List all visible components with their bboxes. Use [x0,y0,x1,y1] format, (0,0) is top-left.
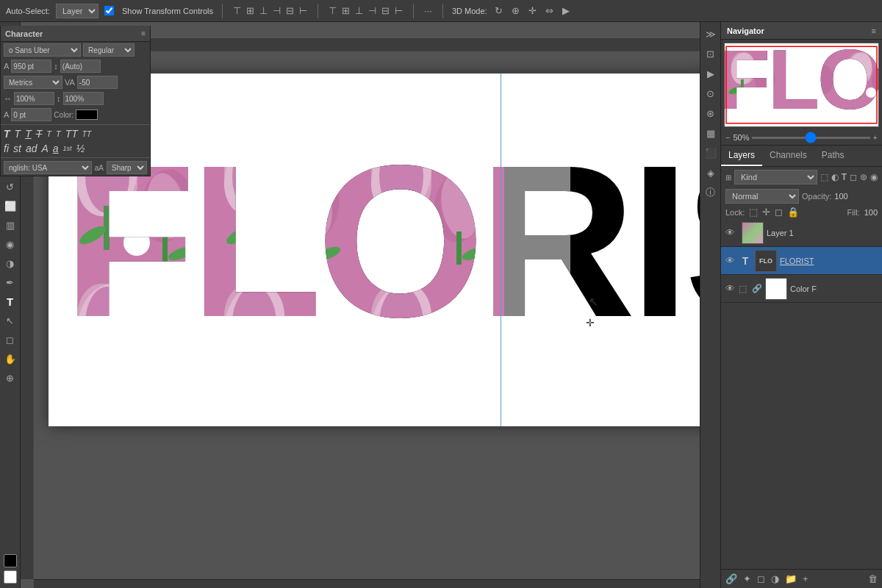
ligature-btn[interactable]: fi [4,143,9,154]
strikethrough-style-btn[interactable]: T [36,128,43,140]
zoom-in-icon[interactable]: + [873,133,878,142]
scale-3d-icon[interactable]: ▶ [561,5,571,16]
swatches-icon[interactable]: ⬛ [702,144,720,162]
styles-icon[interactable]: ◈ [702,164,720,182]
superscript-btn[interactable]: T [46,129,51,138]
add-effect-icon[interactable]: ✦ [743,573,751,584]
lock-all-icon[interactable]: 🔒 [787,207,799,218]
blend-mode-select[interactable]: Normal [725,189,799,204]
dodge-tool-icon[interactable]: ◑ [1,254,19,272]
eraser-tool-icon[interactable]: ⬜ [1,197,19,215]
subscript-btn[interactable]: T [56,129,61,138]
adjustment-icon[interactable]: ⊙ [702,85,720,102]
expand-panels-icon[interactable]: ≫ [702,25,720,43]
pan-3d-icon[interactable]: ✛ [527,5,538,16]
layer-visibility-icon[interactable]: 👁 [725,255,739,266]
align-right-icon[interactable]: ⊢ [298,5,309,16]
history-icon[interactable]: ⊡ [702,45,720,62]
tab-paths[interactable]: Paths [814,146,852,166]
delete-layer-icon[interactable]: 🗑 [868,573,878,584]
dist-l-icon[interactable]: ⊣ [367,5,378,16]
baseline-shift-input[interactable] [11,108,51,121]
align-bottom-icon[interactable]: ⊥ [258,5,269,16]
horizontal-scrollbar[interactable] [34,579,711,588]
tab-layers[interactable]: Layers [721,146,762,166]
new-group-icon[interactable]: 📁 [785,573,797,584]
hand-tool-icon[interactable]: ✋ [1,350,19,368]
zoom-out-icon[interactable]: − [725,133,730,142]
filter-pixel-icon[interactable]: ⬚ [820,172,828,182]
pen-tool-icon[interactable]: ✒ [1,273,19,291]
layer-row[interactable]: 👁 T FLO FLORIST [721,247,882,275]
zoom-slider[interactable] [752,137,870,139]
auto-select-dropdown[interactable]: Layer [56,4,98,18]
kerning-select[interactable]: Metrics [4,76,62,89]
dist-h-icon[interactable]: ⊟ [380,5,391,16]
horizontal-scale-input[interactable] [14,92,54,105]
align-hcenter-icon[interactable]: ⊟ [284,5,295,16]
font-family-select[interactable]: o Sans Uber [4,43,81,57]
new-fill-icon[interactable]: ◑ [771,573,779,584]
show-transform-checkbox[interactable] [104,6,114,15]
path-select-icon[interactable]: ↖ [1,312,19,329]
layer-row[interactable]: 👁 ⬚ 🔗 Color F [721,275,882,303]
antialiasing-select[interactable]: Sharp [107,161,147,174]
dist-b-icon[interactable]: ⊥ [354,5,365,16]
vertical-scale-input[interactable] [63,92,104,105]
filter-smartobj-icon[interactable]: ⊛ [860,172,867,182]
add-mask-icon[interactable]: ◻ [757,573,765,584]
dist-r-icon[interactable]: ⊢ [393,5,404,16]
align-top-icon[interactable]: ⊤ [232,5,243,16]
navigator-menu-icon[interactable]: ≡ [872,26,876,35]
info-icon[interactable]: ⓘ [702,184,720,201]
fraction-btn[interactable]: A [41,143,48,154]
align-vcenter-icon[interactable]: ⊞ [245,5,256,16]
actions-icon[interactable]: ▶ [702,65,720,82]
blur-tool-icon[interactable]: ◉ [1,235,19,253]
link-layers-icon[interactable]: 🔗 [725,573,737,584]
language-select[interactable]: nglish: USA [4,161,92,174]
old-style-btn[interactable]: ad [26,143,37,154]
shape-tool-icon[interactable]: ◻ [1,331,19,348]
filter-type-icon[interactable]: T [842,172,847,182]
leading-input[interactable] [60,60,101,73]
more-options-icon[interactable]: ··· [423,5,434,16]
allcaps-btn[interactable]: TT [65,128,78,140]
lock-pixels-icon[interactable]: ⬚ [749,207,758,218]
background-color-icon[interactable] [4,570,17,584]
layers-kind-select[interactable]: Kind [734,170,817,184]
filter-shape-icon[interactable]: ◻ [850,172,857,182]
frac-slash-btn[interactable]: ½ [76,143,85,154]
foreground-color-icon[interactable] [4,554,17,567]
lock-artboard-icon[interactable]: ◻ [775,207,783,218]
layer-visibility-icon[interactable]: 👁 [725,283,739,294]
dist-top-icon[interactable]: ⊤ [327,5,338,16]
dist-v-icon[interactable]: ⊞ [340,5,351,16]
rotate-3d-icon[interactable]: ↻ [493,5,504,16]
smallcaps-btn[interactable]: TT [82,130,91,138]
new-layer-icon[interactable]: + [803,573,808,584]
sup-ordinal-btn[interactable]: 1st [63,145,72,152]
channels-mini-icon[interactable]: ▦ [702,124,720,142]
font-size-input[interactable] [11,60,51,73]
font-style-select[interactable]: Regular [83,43,135,57]
layer-row[interactable]: 👁 Layer 1 [721,219,882,247]
color-swatch[interactable] [76,110,98,120]
history-brush-icon[interactable]: ↺ [1,178,19,196]
zoom-tool-icon[interactable]: ⊕ [1,369,19,387]
discretionary-lig-btn[interactable]: st [13,143,21,154]
tab-channels[interactable]: Channels [762,146,814,166]
lock-move-icon[interactable]: ✛ [762,207,770,218]
layer-visibility-icon[interactable]: 👁 [725,227,739,238]
filter-adjust-icon[interactable]: ◐ [831,172,839,182]
orbit-3d-icon[interactable]: ⊕ [510,5,521,16]
tracking-input[interactable] [77,76,118,89]
collapse-panel-icon[interactable]: ≡ [141,29,146,37]
underline-style-btn[interactable]: T [25,128,32,140]
gradient-tool-icon[interactable]: ▥ [1,216,19,234]
align-left-icon[interactable]: ⊣ [271,5,282,16]
italic-style-btn[interactable]: T [15,128,21,140]
brush-presets-icon[interactable]: ⊛ [702,104,720,122]
bold-style-btn[interactable]: T [4,128,10,140]
type-tool-icon[interactable]: T [1,293,19,310]
